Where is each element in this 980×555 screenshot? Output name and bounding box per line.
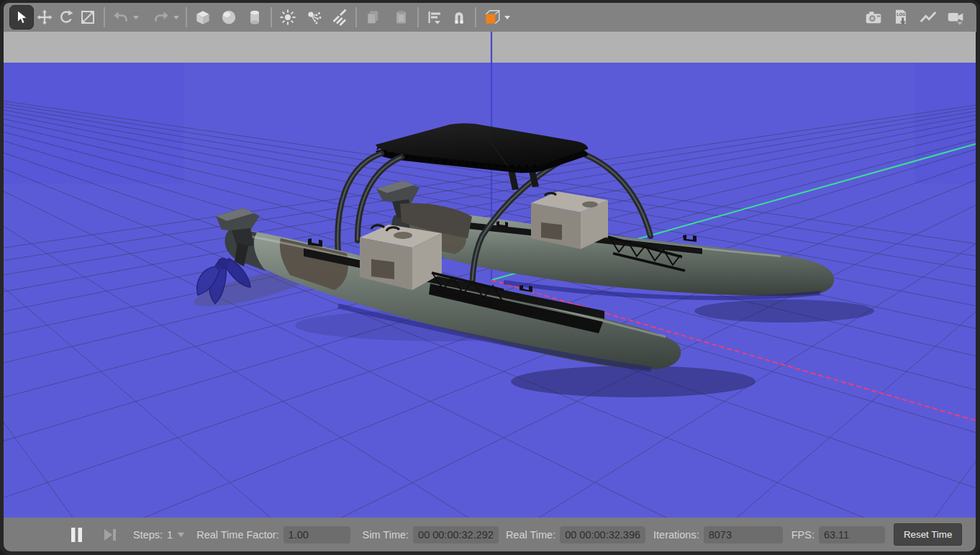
toolbar-separator: [355, 7, 357, 27]
toolbar-separator: [104, 7, 105, 27]
redo-history-caret[interactable]: [172, 6, 181, 28]
magnet-icon: [450, 9, 468, 26]
cube-icon: [194, 8, 212, 27]
directional-light-icon: [331, 9, 348, 26]
camera-icon: [864, 8, 883, 27]
insert-sphere-button[interactable]: [218, 6, 240, 28]
undo-icon: [112, 9, 130, 26]
rtf-field: 1.00: [283, 526, 350, 543]
undo-button[interactable]: [110, 6, 132, 28]
simulation-statusbar: Steps: 1 Real Time Factor: 1.00 Sim Time…: [4, 518, 976, 551]
fps-label: FPS:: [791, 529, 815, 541]
fps-field: 63.11: [819, 526, 885, 543]
snap-button[interactable]: [448, 6, 470, 28]
rotate-tool-button[interactable]: [55, 6, 77, 28]
log-file-icon: LOG: [891, 8, 910, 27]
far-battery-box: [531, 191, 608, 249]
point-light-icon: [279, 9, 296, 26]
sim-time-field: 00 00:00:32.292: [413, 526, 499, 543]
insert-box-button[interactable]: [192, 6, 214, 28]
arrow-cursor-icon: [14, 9, 30, 25]
step-button[interactable]: [103, 528, 117, 542]
scale-icon: [79, 9, 96, 26]
paste-button[interactable]: [391, 6, 412, 28]
chevron-down-icon: [504, 14, 511, 21]
real-time-field: 00 00:00:32.396: [560, 526, 645, 543]
paste-icon: [393, 9, 410, 26]
iterations-field: 8073: [704, 526, 783, 543]
toolbar-separator: [186, 7, 187, 27]
svg-text:LOG: LOG: [897, 12, 906, 17]
toolbar-separator: [475, 7, 476, 27]
steps-label: Steps:: [133, 529, 163, 541]
steps-spinner-caret[interactable]: [177, 531, 185, 538]
directional-light-button[interactable]: [329, 6, 350, 28]
main-toolbar: LOG: [4, 3, 976, 32]
model-editor-button[interactable]: [481, 6, 503, 28]
chevron-down-icon: [132, 14, 140, 21]
align-button[interactable]: [424, 6, 445, 28]
video-camera-icon: [946, 8, 965, 27]
pause-icon: [70, 527, 84, 543]
chevron-down-icon: [173, 14, 180, 21]
video-record-button[interactable]: [945, 6, 966, 28]
log-record-button[interactable]: LOG: [890, 6, 912, 28]
redo-icon: [153, 9, 170, 26]
cylinder-icon: [245, 8, 264, 27]
step-forward-icon: [103, 528, 117, 542]
iterations-label: Iterations:: [653, 529, 699, 541]
sim-time-label: Sim Time:: [363, 529, 409, 541]
plot-button[interactable]: [917, 6, 939, 28]
model-editor-caret[interactable]: [503, 6, 512, 28]
model-editor-cube-icon: [483, 8, 502, 27]
scene-canvas[interactable]: [4, 32, 976, 518]
steps-value[interactable]: 1: [167, 529, 173, 541]
rotate-icon: [58, 9, 75, 26]
scale-tool-button[interactable]: [77, 6, 99, 28]
select-tool-button[interactable]: [9, 5, 34, 30]
screenshot-button[interactable]: [863, 6, 884, 28]
reset-time-button[interactable]: Reset Time: [894, 523, 962, 546]
align-icon: [426, 9, 443, 26]
spot-light-button[interactable]: [303, 6, 325, 28]
translate-tool-button[interactable]: [34, 6, 55, 28]
undo-history-caret[interactable]: [132, 6, 140, 28]
chevron-down-icon: [177, 531, 185, 538]
sky: [4, 32, 976, 63]
toolbar-separator: [417, 7, 419, 27]
sphere-icon: [219, 8, 238, 27]
copy-button[interactable]: [362, 6, 384, 28]
line-chart-icon: [919, 8, 938, 27]
move-icon: [36, 9, 53, 26]
real-time-label: Real Time:: [506, 529, 555, 541]
point-light-button[interactable]: [277, 6, 299, 28]
3d-viewport[interactable]: [4, 32, 976, 518]
pause-button[interactable]: [70, 527, 84, 543]
insert-cylinder-button[interactable]: [244, 6, 266, 28]
copy-icon: [364, 9, 381, 26]
gazebo-window: LOG: [0, 0, 980, 555]
toolbar-separator: [271, 7, 272, 27]
redo-button[interactable]: [150, 6, 172, 28]
rtf-label: Real Time Factor:: [196, 529, 278, 541]
spot-light-icon: [305, 9, 322, 26]
